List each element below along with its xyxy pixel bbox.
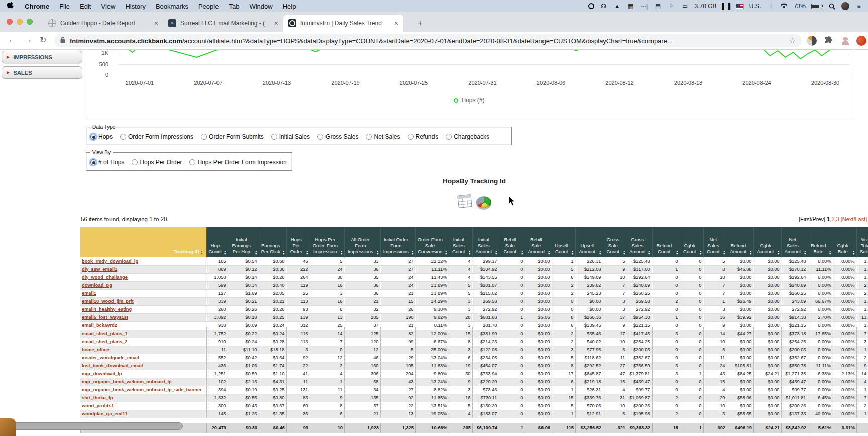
- menu-bookmarks[interactable]: Bookmarks: [156, 3, 188, 10]
- us-flag-icon[interactable]: [736, 4, 744, 9]
- kangaroo-icon[interactable]: ♘: [668, 2, 676, 10]
- app-status-icon[interactable]: [841, 2, 849, 10]
- memory-status[interactable]: 3.70 GB: [695, 3, 717, 10]
- close-tab-icon[interactable]: ×: [274, 19, 278, 27]
- sort-icon[interactable]: ▲▼: [723, 250, 725, 255]
- wifi-icon[interactable]: [780, 2, 788, 10]
- tracking-id-link[interactable]: mgr_organic_book_welcom_onboard_lp_side_…: [82, 387, 202, 392]
- tracking-id-link[interactable]: email1: [82, 291, 96, 296]
- tracking-id-link[interactable]: woodplan_qa_eml11: [80, 410, 206, 418]
- ellipsis-status-icon[interactable]: ⋯|: [640, 2, 648, 10]
- close-tab-icon[interactable]: ×: [154, 19, 158, 27]
- chart-legend[interactable]: Hops (#): [86, 97, 852, 104]
- forward-button[interactable]: →: [24, 35, 32, 44]
- padlock-icon[interactable]: [60, 36, 65, 45]
- reload-button[interactable]: ↻: [40, 35, 46, 45]
- radio-icon[interactable]: [408, 134, 414, 140]
- tracking-id-link[interactable]: home_office: [80, 346, 206, 354]
- column-header-4[interactable]: Hops Per Order▲▼: [286, 227, 310, 257]
- menu-view[interactable]: View: [101, 3, 115, 10]
- column-header-5[interactable]: Hops Per Order Form Impression▲▼: [310, 227, 344, 257]
- tracking-id-link[interactable]: insider_woodguide_email: [82, 355, 139, 360]
- extensions-puzzle-icon[interactable]: [824, 36, 834, 46]
- column-header-12[interactable]: Rebill Sale Amount▲▼: [525, 227, 552, 257]
- tab-2[interactable]: »Surreal LLC Email Marketing - (×: [163, 15, 283, 32]
- tracking-id-link[interactable]: download_pg: [80, 281, 206, 289]
- tracking-id-link[interactable]: download_pg: [82, 283, 112, 288]
- tracking-id-link[interactable]: lost_book_download_email: [82, 363, 143, 368]
- tracking-id-link[interactable]: mgr_organic_book_welcom_onboard_lp: [80, 378, 206, 386]
- tracking-id-link[interactable]: email_shed_plans_2: [82, 339, 127, 344]
- export-spreadsheet-icon[interactable]: [457, 194, 472, 209]
- tracking-id-link[interactable]: email4_healthy_eating: [82, 307, 132, 312]
- view-by-option-0[interactable]: # of Hops: [90, 159, 124, 166]
- url-bar[interactable]: fntminvstm.accounts.clickbank.com/accoun…: [54, 34, 802, 47]
- column-header-3[interactable]: Earnings Per Click▲▼: [259, 227, 286, 257]
- sort-icon[interactable]: ▲▼: [571, 250, 574, 255]
- tracking-id-link[interactable]: email1: [80, 289, 206, 297]
- tracking-id-link[interactable]: mgr_organic_book_welcom_onboard_lp: [82, 379, 172, 384]
- menu-file[interactable]: File: [59, 3, 70, 10]
- column-header-7[interactable]: Initial Order Form Impressions▲▼: [380, 227, 415, 257]
- data-type-option-3[interactable]: Initial Sales: [271, 133, 310, 140]
- column-header-11[interactable]: Rebill Sale Count▲▼: [499, 227, 525, 257]
- column-header-22[interactable]: Net Sales Amount▲▼: [781, 227, 808, 257]
- tracking-id-link[interactable]: email4_healthy_eating: [80, 305, 206, 313]
- tracking-id-link[interactable]: diy_wood_challange: [82, 275, 128, 280]
- pagination-next-last[interactable]: [Next/Last]: [841, 216, 867, 222]
- data-type-option-1[interactable]: Order Form Impressions: [120, 133, 193, 140]
- column-header-23[interactable]: Refund Rate▲▼: [808, 227, 833, 257]
- sort-icon[interactable]: ▲▼: [521, 250, 523, 255]
- sort-icon[interactable]: ▲▼: [376, 250, 379, 255]
- sort-icon[interactable]: ▲▼: [648, 250, 650, 255]
- column-header-21[interactable]: Cgbk Amount▲▼: [753, 227, 781, 257]
- view-by-option-1[interactable]: Hops Per Order: [132, 159, 182, 166]
- data-type-option-7[interactable]: Chargebacks: [446, 133, 489, 140]
- hotspot-icon[interactable]: ☊: [600, 2, 608, 10]
- data-type-option-2[interactable]: Order Form Submits: [201, 133, 264, 140]
- window-tiles-icon[interactable]: ▌▐: [722, 2, 730, 10]
- input-source-label[interactable]: U.S.: [749, 3, 761, 10]
- new-tab-button[interactable]: +: [418, 18, 423, 28]
- sort-icon[interactable]: ▲▼: [468, 250, 471, 255]
- tracking-id-link[interactable]: diy_saw_email1: [80, 265, 206, 273]
- menu-tab[interactable]: Tab: [229, 3, 239, 10]
- apple-logo-icon[interactable]: [7, 2, 14, 11]
- data-type-option-0[interactable]: Hops: [90, 133, 113, 140]
- tracking-id-link[interactable]: insider_woodguide_email: [80, 354, 206, 362]
- column-header-25[interactable]: % of Total Sales▲▼: [856, 227, 868, 257]
- tracking-id-link[interactable]: book_rmdy_download_lp: [80, 257, 206, 265]
- calculator-icon[interactable]: ▦: [627, 2, 635, 10]
- menu-window[interactable]: Window: [249, 3, 272, 10]
- spotlight-search-icon[interactable]: [828, 2, 836, 10]
- column-header-15[interactable]: Gross Sale Count▲▼: [603, 227, 627, 257]
- tracking-id-link[interactable]: home_office: [82, 347, 110, 352]
- radio-icon[interactable]: [120, 134, 126, 140]
- tracking-id-link[interactable]: shrt_thnku_lp: [80, 394, 206, 402]
- tracking-id-link[interactable]: woodplan_qa_eml11: [82, 411, 127, 416]
- radio-icon[interactable]: [201, 134, 207, 140]
- browser-profile-icon[interactable]: [856, 36, 866, 46]
- sort-icon[interactable]: ▲▼: [255, 250, 257, 255]
- menu-people[interactable]: People: [198, 3, 219, 10]
- sort-icon[interactable]: ▲▼: [749, 250, 752, 255]
- radio-icon[interactable]: [271, 134, 277, 140]
- column-header-20[interactable]: Refund Amount▲▼: [727, 227, 753, 257]
- radio-icon[interactable]: [132, 159, 138, 165]
- menu-chrome[interactable]: Chrome: [25, 3, 49, 10]
- column-header-17[interactable]: Refund Count▲▼: [652, 227, 680, 257]
- extension-icon[interactable]: [807, 36, 817, 46]
- tracking-id-link[interactable]: diy_wood_challange: [80, 273, 206, 281]
- tracking-id-link[interactable]: mgr_organic_book_welcom_onboard_lp_side_…: [80, 386, 206, 394]
- minimize-window-button[interactable]: [17, 19, 23, 25]
- column-header-18[interactable]: Cgbk Count▲▼: [680, 227, 703, 257]
- sort-icon[interactable]: ▲▼: [495, 250, 497, 255]
- battery-icon[interactable]: [811, 4, 822, 9]
- tracking-id-link[interactable]: email_shed_plans_1: [80, 330, 206, 338]
- data-type-option-6[interactable]: Refunds: [408, 133, 439, 140]
- control-center-icon[interactable]: ≡: [855, 2, 863, 10]
- column-header-19[interactable]: Net Sales Count▲▼: [703, 227, 727, 257]
- column-header-13[interactable]: Upsell Count▲▼: [552, 227, 575, 257]
- column-header-9[interactable]: Initial Sales Count▲▼: [449, 227, 472, 257]
- vlc-cone-icon[interactable]: ▲: [613, 2, 621, 10]
